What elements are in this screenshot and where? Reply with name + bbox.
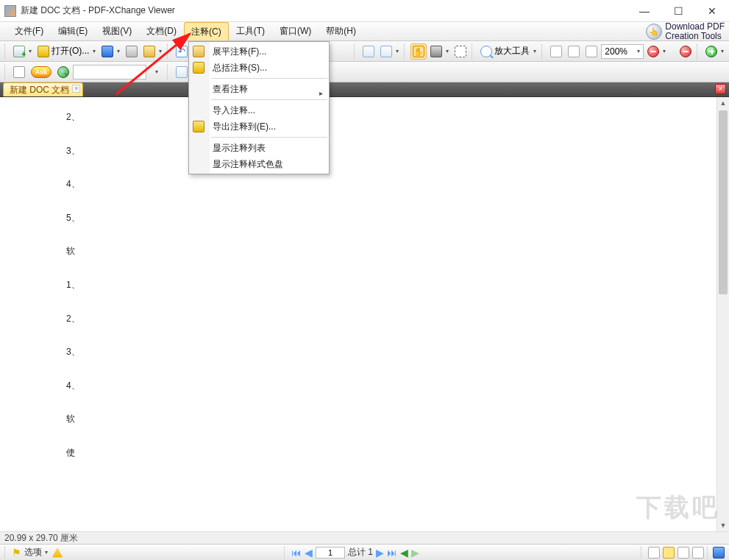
open-button[interactable]: 打开(O)... bbox=[35, 43, 98, 60]
window-title: 新建 DOC 文档 - PDF-XChange Viewer bbox=[21, 4, 627, 17]
maximize-button[interactable]: ☐ bbox=[661, 0, 695, 22]
save-button[interactable] bbox=[99, 43, 122, 60]
nav-back-button[interactable]: ◀ bbox=[400, 547, 408, 559]
page-icon bbox=[568, 46, 580, 57]
scroll-thumb[interactable] bbox=[719, 110, 728, 294]
menu-help[interactable]: 帮助(H) bbox=[319, 22, 363, 40]
menu-window[interactable]: 窗口(W) bbox=[272, 22, 319, 40]
minus-icon bbox=[680, 46, 691, 57]
doc-line: 2、 bbox=[66, 313, 650, 325]
cursor-coordinates: 20.99 x 29.70 厘米 bbox=[4, 532, 78, 545]
layout-single-button[interactable] bbox=[648, 547, 660, 559]
snapshot-tool-button[interactable] bbox=[428, 43, 451, 60]
nav-forward-button[interactable]: ▶ bbox=[411, 547, 419, 559]
zoom-tool-button[interactable]: 放大工具 bbox=[478, 43, 538, 60]
doc-line: 4、 bbox=[66, 179, 650, 191]
hand-tool-button[interactable] bbox=[410, 43, 427, 60]
search-options[interactable] bbox=[148, 64, 164, 80]
new-button[interactable] bbox=[11, 43, 34, 60]
search-input[interactable] bbox=[73, 65, 146, 79]
camera-icon bbox=[430, 46, 442, 57]
page-width-button[interactable] bbox=[583, 43, 600, 60]
select-tool-button[interactable] bbox=[452, 43, 469, 60]
zoom-out-2-button[interactable] bbox=[678, 43, 694, 60]
select-icon bbox=[455, 46, 466, 57]
flatten-icon bbox=[193, 46, 205, 57]
export-icon bbox=[193, 121, 205, 132]
vertical-scrollbar[interactable]: ▲ ▼ bbox=[716, 97, 729, 531]
zoom-in-button[interactable] bbox=[703, 43, 726, 60]
doc-line: 2、 bbox=[66, 112, 650, 124]
new-icon bbox=[13, 46, 25, 57]
generic-icon bbox=[380, 46, 392, 57]
zoom-value: 200% bbox=[605, 46, 627, 57]
document-tab-label: 新建 DOC 文档 bbox=[10, 84, 69, 96]
horizontal-scrollbar[interactable] bbox=[82, 533, 725, 544]
print-button[interactable] bbox=[124, 43, 140, 60]
email-button[interactable] bbox=[141, 43, 164, 60]
menuitem-import-comments[interactable]: 导入注释... bbox=[189, 102, 329, 118]
search-button[interactable] bbox=[55, 64, 71, 80]
menu-view[interactable]: 视图(V) bbox=[95, 22, 139, 40]
menu-edit[interactable]: 编辑(E) bbox=[51, 22, 95, 40]
last-page-button[interactable]: ⏭ bbox=[387, 547, 397, 559]
document-tab[interactable]: 新建 DOC 文档 × bbox=[3, 82, 83, 96]
doc-line: 1、 bbox=[66, 280, 650, 291]
promo-download-pdf-tools[interactable]: 👆 Download PDF Creation Tools bbox=[646, 22, 725, 41]
doc-line: 软 bbox=[66, 414, 650, 425]
menuitem-show-comments-list[interactable]: 显示注释列表 bbox=[189, 140, 329, 156]
open-icon bbox=[38, 46, 49, 57]
print-icon bbox=[126, 46, 138, 57]
document-page[interactable]: 2、 3、 4、 5、 软 1、 2、 3、 4、 软 使 bbox=[0, 97, 716, 531]
promo-line2: Creation Tools bbox=[665, 32, 725, 41]
menu-separator bbox=[211, 137, 327, 138]
menuitem-summarize-comments[interactable]: 总括注释(S)... bbox=[189, 60, 329, 76]
doc-line: 软 bbox=[66, 246, 650, 258]
doc-line: 5、 bbox=[66, 213, 650, 224]
scroll-up-arrow-icon[interactable]: ▲ bbox=[717, 97, 729, 109]
layout-facing-continuous-button[interactable] bbox=[692, 547, 704, 559]
menu-tools[interactable]: 工具(T) bbox=[229, 22, 272, 40]
tab-close-button[interactable]: × bbox=[72, 85, 80, 93]
tool-btn-1[interactable] bbox=[360, 43, 377, 60]
menuitem-view-comments[interactable]: 查看注释 bbox=[189, 81, 329, 97]
doc-line: 3、 bbox=[66, 146, 650, 157]
zoom-out-button[interactable] bbox=[645, 43, 668, 60]
toolbar-main: 打开(O)... OCR 放大工具 200%▾ bbox=[0, 41, 729, 62]
options-button[interactable]: ⚑ 选项 ▾ bbox=[12, 546, 48, 559]
tool-btn-a[interactable] bbox=[174, 64, 190, 80]
prev-page-button[interactable]: ◀ bbox=[305, 547, 313, 559]
menuitem-flatten-comments[interactable]: 展平注释(F)... bbox=[189, 43, 329, 60]
page-icon bbox=[550, 46, 562, 57]
minus-icon bbox=[647, 46, 659, 57]
ask-badge[interactable]: Ask bbox=[29, 64, 54, 80]
close-button[interactable]: ✕ bbox=[695, 0, 729, 22]
menuitem-export-comments[interactable]: 导出注释到(E)... bbox=[189, 118, 329, 135]
hand-icon bbox=[413, 46, 424, 57]
tool-btn-2[interactable] bbox=[378, 43, 401, 60]
scroll-down-arrow-icon[interactable]: ▼ bbox=[717, 520, 729, 531]
mail-icon bbox=[143, 46, 155, 57]
menu-comments[interactable]: 注释(C) bbox=[184, 22, 229, 40]
menu-file[interactable]: 文件(F) bbox=[7, 22, 51, 40]
close-all-tabs-button[interactable]: × bbox=[715, 84, 726, 94]
menuitem-show-comments-styles[interactable]: 显示注释样式色盘 bbox=[189, 156, 329, 172]
app-icon bbox=[4, 5, 16, 17]
warning-icon[interactable] bbox=[52, 547, 63, 558]
layout-continuous-button[interactable] bbox=[663, 547, 675, 559]
open-label: 打开(O)... bbox=[51, 45, 89, 57]
zoom-tool-label: 放大工具 bbox=[494, 45, 530, 57]
minimize-button[interactable]: — bbox=[627, 0, 661, 22]
next-page-button[interactable]: ▶ bbox=[376, 547, 384, 559]
page-fit-button[interactable] bbox=[566, 43, 582, 60]
first-page-button[interactable]: ⏮ bbox=[291, 547, 302, 559]
menu-document[interactable]: 文档(D) bbox=[139, 22, 184, 40]
page-actual-button[interactable] bbox=[548, 43, 564, 60]
page-number-input[interactable] bbox=[316, 547, 345, 559]
doc-line: 4、 bbox=[66, 380, 650, 392]
layout-facing-button[interactable] bbox=[678, 547, 689, 559]
zoom-combo[interactable]: 200%▾ bbox=[601, 44, 644, 59]
ask-toolbar-btn[interactable] bbox=[11, 64, 27, 80]
flag-icon: ⚑ bbox=[12, 547, 21, 559]
layout-extra-button[interactable] bbox=[713, 547, 725, 559]
